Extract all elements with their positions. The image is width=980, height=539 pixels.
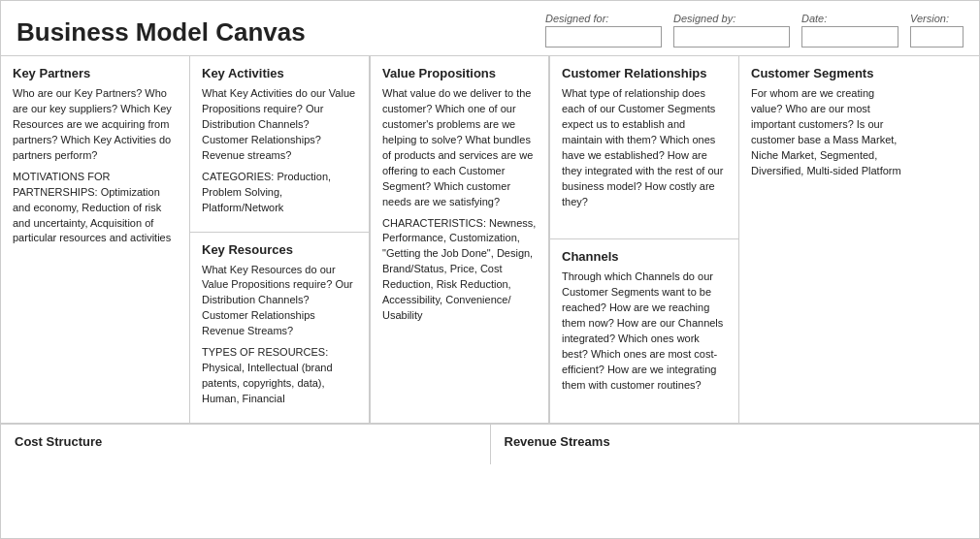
col-customer-segments: Customer Segments For whom are we creati…	[738, 56, 918, 423]
designed-for-label: Designed for:	[545, 13, 662, 24]
key-partners-text2: MOTIVATIONS FOR PARTNERSHIPS: Optimizati…	[13, 170, 178, 247]
date-label: Date:	[801, 13, 898, 24]
page-title: Business Model Canvas	[16, 17, 306, 48]
key-partners-text1: Who are our Key Partners? Who are our ke…	[13, 86, 178, 164]
key-resources-header: Key Resources	[202, 242, 357, 257]
canvas-top: Key Partners Who are our Key Partners? W…	[1, 56, 979, 424]
designed-by-label: Designed by:	[673, 13, 790, 24]
version-input[interactable]	[910, 26, 964, 48]
version-field: Version:	[910, 13, 964, 48]
header-fields: Designed for: Designed by: Date: Version…	[333, 13, 964, 48]
key-activities-text1: What Key Activities do our Value Proposi…	[202, 86, 357, 164]
value-propositions-text2: CHARACTERISTICS: Newness, Performance, C…	[382, 216, 537, 325]
customer-relationships-text1: What type of relationship does each of o…	[562, 86, 727, 210]
customer-relationships-header: Customer Relationships	[562, 66, 727, 80]
customer-segments-text1: For whom are we creating value? Who are …	[751, 86, 906, 179]
key-resources-text1: What Key Resources do our Value Proposit…	[202, 263, 357, 340]
customer-relationships-body: What type of relationship does each of o…	[562, 86, 727, 210]
key-activities-text2: CATEGORIES: Production, Problem Solving,…	[202, 170, 357, 216]
channels-body: Through which Channels do our Customer S…	[562, 270, 727, 394]
col-key-activities: Key Activities What Key Activities do ou…	[190, 56, 369, 233]
customer-segments-body: For whom are we creating value? Who are …	[751, 86, 906, 179]
designed-by-field: Designed by:	[673, 13, 790, 48]
designed-for-field: Designed for:	[545, 13, 662, 48]
cost-structure-label: Cost Structure	[1, 425, 491, 464]
col-key-partners: Key Partners Who are our Key Partners? W…	[1, 56, 190, 423]
revenue-streams-label: Revenue Streams	[491, 425, 980, 464]
channels-header: Channels	[562, 249, 727, 264]
col-customer-relationships: Customer Relationships What type of rela…	[550, 56, 738, 239]
value-propositions-header: Value Propositions	[382, 66, 537, 80]
customer-segments-header: Customer Segments	[751, 66, 906, 80]
col-relationships-channels: Customer Relationships What type of rela…	[549, 56, 738, 423]
col-activities-resources: Key Activities What Key Activities do ou…	[190, 56, 370, 423]
date-field: Date:	[801, 13, 898, 48]
col-value-propositions: Value Propositions What value do we deli…	[370, 56, 549, 423]
page: Business Model Canvas Designed for: Desi…	[0, 0, 980, 539]
col-channels: Channels Through which Channels do our C…	[550, 239, 738, 422]
value-propositions-text1: What value do we deliver to the customer…	[382, 86, 537, 210]
key-resources-text2: TYPES OF RESOURCES: Physical, Intellectu…	[202, 345, 357, 407]
designed-by-input[interactable]	[673, 26, 790, 48]
key-partners-body: Who are our Key Partners? Who are our ke…	[13, 86, 178, 246]
key-resources-body: What Key Resources do our Value Proposit…	[202, 263, 357, 407]
col-key-resources: Key Resources What Key Resources do our …	[190, 233, 369, 423]
key-activities-header: Key Activities	[202, 66, 357, 80]
key-partners-header: Key Partners	[13, 66, 178, 80]
date-input[interactable]	[801, 26, 898, 48]
canvas-bottom-bar: Cost Structure Revenue Streams	[1, 424, 979, 464]
channels-text1: Through which Channels do our Customer S…	[562, 270, 727, 394]
designed-for-input[interactable]	[545, 26, 662, 48]
key-activities-body: What Key Activities do our Value Proposi…	[202, 86, 357, 216]
header: Business Model Canvas Designed for: Desi…	[1, 1, 979, 56]
value-propositions-body: What value do we deliver to the customer…	[382, 86, 537, 324]
version-label: Version:	[910, 13, 964, 24]
canvas-grid: Key Partners Who are our Key Partners? W…	[1, 56, 979, 464]
